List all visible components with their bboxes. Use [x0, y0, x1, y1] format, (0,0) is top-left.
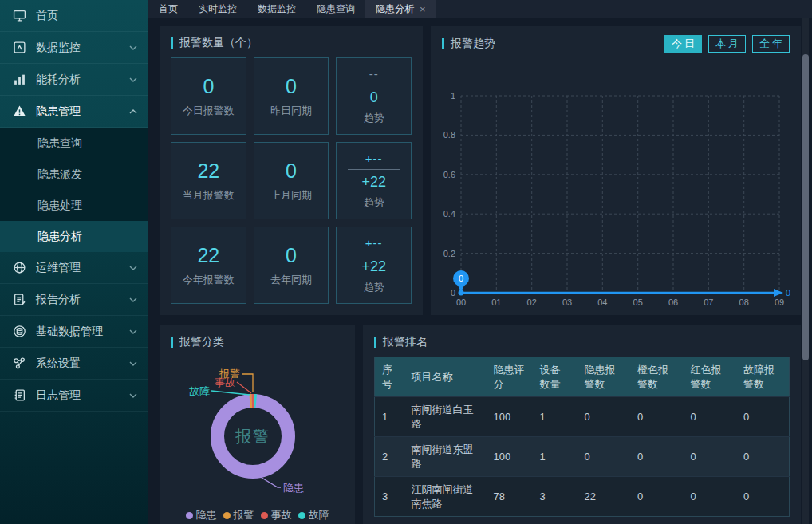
sidebar-subitem-label: 隐患派发 [37, 167, 82, 182]
chevron-down-icon [129, 361, 137, 366]
legend-dot [223, 512, 231, 519]
col-header-orange-alarm: 橙色报警数 [630, 357, 684, 397]
trend-divider [348, 169, 400, 170]
stat-label: 昨日同期 [270, 104, 312, 118]
table-header-row: 序号 项目名称 隐患评分 设备数量 隐患报警数 橙色报警数 红色报警数 故障报警… [375, 357, 790, 397]
chevron-down-icon [129, 329, 137, 334]
tab-realtime-monitor[interactable]: 实时监控 [188, 0, 247, 18]
sidebar-item-label: 数据监控 [36, 41, 81, 55]
stat-value: 0 [203, 75, 214, 98]
tab-label: 首页 [159, 2, 178, 16]
sidebar-item-system-settings[interactable]: 系统设置 [0, 348, 148, 380]
category-legend: 隐患 报警 事故 故障 [160, 508, 355, 522]
y-tick: 0 [451, 288, 455, 297]
x-tick: 08 [739, 297, 749, 307]
sidebar-subitem-hazard-query[interactable]: 隐患查询 [0, 128, 148, 159]
stat-label: 今日报警数 [183, 104, 235, 118]
alarm-category-panel: 报警分类 报警 [160, 325, 355, 524]
callout-line-fault [211, 391, 250, 395]
x-tick: 06 [668, 297, 678, 307]
stat-card-month-trend: +-- +22 趋势 [336, 142, 412, 219]
callout-label-fault: 故障 [189, 385, 210, 397]
range-button-month[interactable]: 本月 [708, 35, 746, 53]
stat-value: 0 [286, 244, 297, 267]
legend-item-accident[interactable]: 事故 [261, 508, 292, 522]
tab-hazard-query[interactable]: 隐患查询 [306, 0, 365, 18]
vertical-scrollbar[interactable] [802, 18, 809, 524]
title-accent-bar [442, 38, 444, 49]
stat-label: 趋势 [364, 195, 384, 210]
axis-arrow [774, 289, 783, 297]
table-row[interactable]: 1 南闸街道白玉路 100 1 0 0 0 0 [375, 397, 790, 437]
y-tick: 1 [451, 91, 455, 100]
trend-bottom-value: 0 [370, 89, 378, 106]
title-accent-bar [171, 37, 173, 49]
stat-card-year-trend: +-- +22 趋势 [336, 227, 412, 304]
legend-item-fault[interactable]: 故障 [298, 508, 329, 522]
sidebar-subitem-hazard-dispatch[interactable]: 隐患派发 [0, 159, 148, 190]
trend-top-value: +-- [365, 236, 383, 250]
sidebar-item-data-monitor[interactable]: 数据监控 [0, 32, 148, 64]
stat-card-year: 22 今年报警数 [171, 227, 246, 304]
callout-line-hazard [259, 476, 281, 487]
main-area: 首页 实时监控 数据监控 隐患查询 隐患分析 × 报警数量（个） [148, 0, 812, 524]
stat-label: 趋势 [364, 280, 384, 294]
data-monitor-icon [13, 41, 26, 54]
table-row[interactable]: 3 江阴南闸街道南焦路 78 3 22 0 0 0 [375, 477, 790, 517]
col-header-index: 序号 [375, 357, 404, 397]
trend-top-value: -- [369, 67, 379, 81]
sidebar-item-label: 报告分析 [36, 293, 81, 307]
title-accent-bar [374, 337, 376, 348]
trend-bottom-value: +22 [361, 174, 386, 191]
tab-data-monitor[interactable]: 数据监控 [247, 0, 306, 18]
legend-dot [298, 512, 305, 519]
sidebar-item-label: 隐患管理 [36, 104, 81, 119]
scrollbar-thumb[interactable] [802, 54, 809, 360]
range-button-year[interactable]: 全年 [752, 35, 790, 53]
x-tick: 04 [597, 297, 607, 307]
col-header-score: 隐患评分 [487, 357, 533, 397]
stat-card-yesterday: 0 昨日同期 [254, 57, 329, 135]
tab-label: 隐患查询 [317, 2, 355, 16]
stat-label: 上月同期 [270, 188, 312, 203]
sidebar-subitem-hazard-analysis[interactable]: 隐患分析 [0, 221, 148, 252]
sidebar-item-energy-analysis[interactable]: 能耗分析 [0, 64, 148, 96]
stat-value: 0 [286, 160, 297, 183]
tab-close-icon[interactable]: × [420, 4, 426, 14]
sidebar-item-hazard-management[interactable]: 隐患管理 [0, 96, 148, 128]
sidebar-item-ops-management[interactable]: 运维管理 [0, 252, 148, 284]
ranking-table: 序号 项目名称 隐患评分 设备数量 隐患报警数 橙色报警数 红色报警数 故障报警… [374, 357, 790, 517]
col-header-hazard-alarm: 隐患报警数 [577, 357, 631, 397]
sidebar-item-base-data-management[interactable]: 基础数据管理 [0, 316, 148, 348]
sidebar-item-label: 首页 [36, 9, 58, 23]
alarm-trend-title: 报警趋势 [442, 36, 495, 52]
chevron-down-icon [129, 266, 137, 270]
ops-management-icon [13, 261, 26, 274]
y-tick: 0.2 [443, 249, 455, 258]
stat-label: 今年报警数 [183, 273, 235, 287]
trend-divider [348, 254, 400, 254]
sidebar-item-report-analysis[interactable]: 报告分析 [0, 284, 148, 316]
sidebar-subitem-hazard-handle[interactable]: 隐患处理 [0, 190, 148, 221]
axis-end-label: 0 [786, 288, 790, 297]
sidebar-item-home[interactable]: 首页 [0, 0, 148, 32]
chevron-down-icon [129, 297, 137, 302]
chevron-down-icon [129, 45, 137, 50]
trend-bottom-value: +22 [361, 258, 386, 275]
chevron-down-icon [129, 77, 137, 82]
range-button-today[interactable]: 今日 [664, 35, 702, 53]
energy-analysis-icon [13, 73, 26, 86]
tab-hazard-analysis[interactable]: 隐患分析 × [365, 0, 436, 18]
legend-item-hazard[interactable]: 隐患 [186, 508, 217, 522]
sidebar-item-label: 基础数据管理 [36, 325, 103, 339]
legend-item-alarm[interactable]: 报警 [223, 508, 254, 522]
donut-center-label: 报警 [235, 427, 270, 445]
sidebar-item-log-management[interactable]: 日志管理 [0, 380, 148, 412]
tab-home[interactable]: 首页 [148, 0, 188, 18]
col-header-fault-alarm: 故障报警数 [736, 357, 790, 397]
alarm-count-panel: 报警数量（个） 0 今日报警数 0 昨日同期 -- [160, 26, 423, 315]
callout-label-hazard: 隐患 [283, 482, 304, 494]
table-row[interactable]: 2 南闸街道东盟路 100 1 0 0 0 0 [375, 437, 790, 477]
sidebar-item-label: 系统设置 [36, 357, 81, 371]
stat-card-last-month: 0 上月同期 [254, 142, 329, 219]
